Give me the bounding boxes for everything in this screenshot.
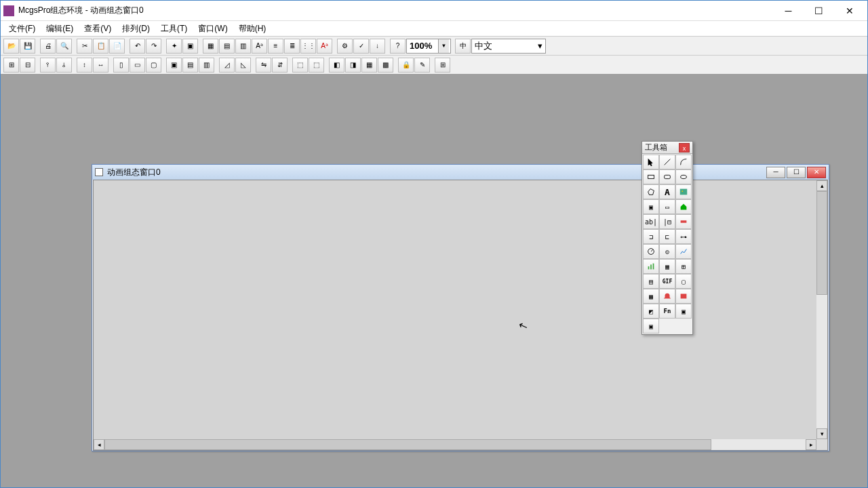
tool-11[interactable]: ✓ [353,39,369,54]
vertical-scrollbar[interactable]: ▴ ▾ [816,180,827,439]
horizontal-scrollbar[interactable]: ◂ ▸ [94,439,816,450]
minimize-button[interactable]: ─ [773,1,804,21]
tool-pipe-h[interactable]: ⊐ [643,229,659,244]
child-minimize-button[interactable]: ─ [766,167,785,178]
tool-chart[interactable] [643,259,659,274]
align-16[interactable]: ⇵ [272,58,288,73]
help-button[interactable]: ? [390,39,406,54]
grid-button[interactable]: ⊞ [435,58,450,73]
close-button[interactable]: ✕ [834,1,865,21]
tool-font[interactable]: Aᵃ [252,39,267,54]
align-9[interactable]: ▢ [146,58,161,73]
tool-trend[interactable] [675,244,692,259]
lock-button[interactable]: 🔒 [398,58,414,73]
align-6[interactable]: ↔ [93,58,108,73]
tool-line[interactable] [659,155,675,169]
tool-last[interactable]: ▣ [643,319,659,333]
align-21[interactable]: ▦ [361,58,377,73]
maximize-button[interactable]: ☐ [804,1,834,21]
tool-12[interactable]: ↓ [370,39,385,54]
tool-polygon[interactable] [643,184,659,199]
align-14[interactable]: ◺ [235,58,251,73]
tool-button[interactable]: ▭ [659,199,675,214]
tool-subwin[interactable]: ▣ [643,199,659,214]
align-2[interactable]: ⊟ [20,58,35,73]
tool-scale[interactable]: |⊟ [659,214,675,229]
tool-arc[interactable] [675,155,692,169]
tool-text[interactable]: A [659,184,675,199]
align-3[interactable]: ⫯ [40,58,56,73]
tool-ellipse[interactable] [675,169,692,184]
tool-4[interactable]: ▤ [219,39,235,54]
tool-roundrect[interactable] [659,169,675,184]
align-17[interactable]: ⬚ [292,58,308,73]
menu-edit[interactable]: 编辑(E) [41,22,79,36]
preview-button[interactable]: 🔍 [56,39,72,54]
tool-8[interactable]: ⋮⋮ [300,39,316,54]
tool-indicator[interactable] [675,214,692,229]
menu-tools[interactable]: 工具(T) [155,22,193,36]
align-11[interactable]: ▤ [182,58,198,73]
cut-button[interactable]: ✂ [77,39,92,54]
tool-7[interactable]: ≣ [284,39,300,54]
tool-table[interactable]: ⊞ [675,259,692,274]
tool-rect[interactable] [643,169,659,184]
redo-button[interactable]: ↷ [146,39,161,54]
menu-arrange[interactable]: 排列(D) [117,22,155,36]
tool-script[interactable]: ▣ [675,304,692,319]
align-22[interactable]: ▩ [378,58,393,73]
menu-window[interactable]: 窗口(W) [193,22,233,36]
menu-file[interactable]: 文件(F) [3,22,41,36]
tool-alarm[interactable] [659,289,675,304]
lang-button[interactable]: 中 [455,39,471,54]
print-button[interactable]: 🖨 [40,39,56,54]
tool-5[interactable]: ▥ [235,39,251,54]
tool-component[interactable]: ◩ [643,304,659,319]
toolbox-close-button[interactable]: x [679,143,690,152]
tool-valve[interactable]: ⊶ [675,229,692,244]
align-8[interactable]: ▭ [130,58,145,73]
menu-help[interactable]: 帮助(H) [233,22,272,36]
open-button[interactable]: 📂 [3,39,19,54]
tool-10[interactable]: ⚙ [337,39,353,54]
align-15[interactable]: ⇋ [256,58,271,73]
tool-6[interactable]: ≡ [268,39,283,54]
tool-label[interactable]: ab| [643,214,659,229]
language-select[interactable]: 中文 [471,39,546,54]
align-1[interactable]: ⊞ [3,58,19,73]
paste-button[interactable]: 📄 [109,39,125,54]
tool-gif[interactable]: GIF [659,274,675,289]
tool-9[interactable]: Aᵃ [317,39,332,54]
tool-image[interactable] [675,184,692,199]
align-20[interactable]: ◨ [345,58,361,73]
tool-meter[interactable]: ⊙ [659,244,675,259]
tool-alarm2[interactable] [675,289,692,304]
align-13[interactable]: ◿ [219,58,235,73]
tool-pipe-v[interactable]: ⊏ [659,229,675,244]
tool-grid[interactable]: ▦ [659,259,675,274]
align-23[interactable]: ✎ [414,58,430,73]
tool-report[interactable]: ▤ [643,274,659,289]
tool-frame[interactable]: ▢ [675,274,692,289]
tool-fn[interactable]: Fn [659,304,675,319]
tool-3[interactable]: ▦ [203,39,218,54]
tool-gauge[interactable] [643,244,659,259]
undo-button[interactable]: ↶ [130,39,145,54]
copy-button[interactable]: 📋 [93,39,108,54]
align-12[interactable]: ▥ [199,58,214,73]
tool-1[interactable]: ✦ [166,39,182,54]
child-close-button[interactable]: ✕ [807,167,826,178]
canvas[interactable]: ▴ ▾ ◂ ▸ ↖ [93,180,828,451]
save-button[interactable]: 💾 [20,39,35,54]
align-4[interactable]: ⫰ [56,58,72,73]
align-18[interactable]: ⬚ [309,58,324,73]
zoom-select[interactable]: 100% [406,39,451,54]
align-7[interactable]: ▯ [113,58,129,73]
align-19[interactable]: ◧ [329,58,344,73]
tool-qr[interactable]: ▩ [643,289,659,304]
child-maximize-button[interactable]: ☐ [787,167,806,178]
tool-select[interactable] [643,155,659,169]
align-10[interactable]: ▣ [166,58,182,73]
tool-2[interactable]: ▣ [182,39,198,54]
tool-house[interactable] [675,199,692,214]
